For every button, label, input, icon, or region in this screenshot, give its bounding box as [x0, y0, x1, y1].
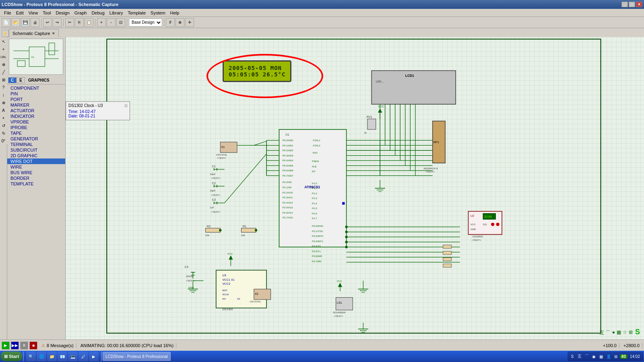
paste-button[interactable]: 📋 — [85, 18, 93, 27]
zoom-out-button[interactable]: - — [107, 18, 116, 27]
start-button[interactable]: ⊞ Start — [1, 352, 22, 361]
menu-library[interactable]: Library — [107, 10, 126, 16]
svg-text:LCD1: LCD1 — [405, 74, 414, 78]
info-close-btn[interactable]: □ — [125, 103, 127, 108]
menu-bar: File Edit View Tool Design Graph Debug L… — [0, 9, 644, 17]
tool-6[interactable]: ⊞ — [0, 76, 7, 83]
tray-icon-2[interactable]: 五 — [576, 353, 583, 360]
menu-system[interactable]: System — [148, 10, 168, 16]
zoom-in-button[interactable]: + — [97, 18, 106, 27]
item-pin[interactable]: PIN — [7, 91, 65, 97]
tool-7[interactable]: ? — [0, 84, 7, 91]
minimize-button[interactable]: _ — [621, 2, 628, 7]
window-controls[interactable]: _ □ ✕ — [621, 2, 642, 7]
quicklaunch-2[interactable]: 🌐 — [37, 352, 46, 361]
maximize-button[interactable]: □ — [629, 2, 635, 7]
cross-button[interactable]: ✛ — [185, 18, 194, 27]
tool-5[interactable]: ╱ — [0, 68, 7, 76]
quicklaunch-6[interactable]: 🖊 — [78, 352, 88, 361]
tool-12[interactable]: ↺ — [0, 122, 7, 129]
item-tape[interactable]: TAPE — [7, 130, 65, 136]
item-wiredot[interactable]: WIRE DOT — [7, 158, 65, 164]
close-button[interactable]: ✕ — [636, 2, 642, 7]
tray-icon-1[interactable]: S — [569, 353, 576, 360]
print-button[interactable]: 🖨 — [31, 18, 39, 27]
item-border[interactable]: BORDER — [7, 175, 65, 181]
tool-9[interactable]: ⊗ — [0, 99, 7, 106]
item-wire[interactable]: WIRE — [7, 164, 65, 170]
zoom-fit-button[interactable]: ⊡ — [116, 18, 125, 27]
cut-button[interactable]: ✂ — [65, 18, 74, 27]
menu-design[interactable]: Design — [54, 10, 72, 16]
item-buswire[interactable]: BUS WIRE — [7, 170, 65, 175]
design-select[interactable]: Base Design — [129, 19, 162, 27]
menu-graph[interactable]: Graph — [72, 10, 89, 16]
item-subcircuit[interactable]: SUBCIRCUIT — [7, 147, 65, 153]
new-button[interactable]: 📄 — [2, 18, 10, 27]
tool-8[interactable]: ↕ — [0, 91, 7, 99]
quicklaunch-3[interactable]: 📁 — [47, 352, 57, 361]
quicklaunch-search[interactable]: 🔍 — [26, 352, 36, 361]
e-button[interactable]: E — [17, 77, 25, 83]
taskbar-proteus[interactable]: LCDShow - Proteus 8 Professional — [103, 352, 171, 361]
undo-button[interactable]: ↩ — [43, 18, 52, 27]
menu-file[interactable]: File — [2, 10, 14, 16]
svg-point-197 — [345, 226, 347, 228]
tool-2[interactable]: + — [0, 45, 7, 53]
snap-button[interactable]: ⊕ — [175, 18, 184, 27]
svg-text:P3.0/RXD: P3.0/RXD — [312, 224, 323, 227]
item-generator[interactable]: GENERATOR — [7, 136, 65, 142]
tool-14[interactable]: 0° — [0, 137, 7, 144]
svg-text:10pF: 10pF — [210, 189, 215, 192]
info-time: Time: 14-02-47 — [68, 109, 127, 114]
menu-tool[interactable]: Tool — [40, 10, 53, 16]
stop-button[interactable]: ■ — [29, 341, 37, 350]
pause-button[interactable]: ⏸ — [20, 341, 28, 350]
tool-4[interactable]: ⊕ — [0, 61, 7, 68]
quicklaunch-7[interactable]: ▶ — [89, 352, 99, 361]
item-template[interactable]: TEMPLATE — [7, 181, 65, 187]
tool-pointer[interactable]: ↖ — [0, 38, 7, 45]
schematic-area[interactable]: AT89C51 U1 P0.0/AD0 P0.1/AD1 P0.2/AD2 P0… — [66, 37, 644, 339]
svg-text:VCC1   X1: VCC1 X1 — [223, 278, 235, 282]
quicklaunch-4[interactable]: 📧 — [58, 352, 67, 361]
tray-icon-4[interactable]: ◉ — [591, 353, 597, 360]
item-actuator[interactable]: ACTUATOR — [7, 108, 65, 113]
save-button[interactable]: 💾 — [21, 18, 30, 27]
item-vprobe[interactable]: VPROBE — [7, 119, 65, 125]
tray-icon-3[interactable]: ⌒ — [584, 353, 590, 360]
quicklaunch-5[interactable]: 💻 — [68, 352, 78, 361]
item-2dgraphic[interactable]: 2D GRAPHIC — [7, 153, 65, 158]
item-iprobe[interactable]: IPROBE — [7, 125, 65, 130]
redo-button[interactable]: ↪ — [53, 18, 62, 27]
play-button[interactable]: ▶ — [2, 341, 10, 350]
tab-close-button[interactable]: ✕ — [52, 31, 55, 35]
tool-13[interactable]: ↻ — [0, 130, 7, 137]
tray-icon-5[interactable]: ▦ — [598, 353, 605, 360]
menu-debug[interactable]: Debug — [89, 10, 107, 16]
menu-edit[interactable]: Edit — [14, 10, 26, 16]
tray-icon-6[interactable]: 👤 — [605, 353, 612, 360]
menu-help[interactable]: Help — [168, 10, 182, 16]
item-terminal[interactable]: TERMINAL — [7, 142, 65, 147]
menu-view[interactable]: View — [26, 10, 41, 16]
item-port[interactable]: PORT — [7, 97, 65, 102]
item-marker[interactable]: MARKER — [7, 102, 65, 108]
open-button[interactable]: 📂 — [11, 18, 20, 27]
item-indicator[interactable]: INDICATOR — [7, 113, 65, 119]
svg-text:10k: 10k — [205, 234, 210, 237]
tool-11[interactable]: + — [0, 114, 7, 121]
svg-text:P2.2/A10: P2.2/A10 — [283, 191, 293, 194]
tray-icon-7[interactable]: ⊞ — [613, 353, 619, 360]
grid-button[interactable]: # — [166, 18, 175, 27]
c-button[interactable]: C — [8, 77, 17, 83]
item-component[interactable]: COMPONENT — [7, 85, 65, 91]
zoom-text: +2800.0 — [623, 343, 640, 348]
menu-template[interactable]: Template — [125, 10, 148, 16]
step-button[interactable]: ▶▶ — [11, 341, 19, 350]
tool-3[interactable]: LBL — [0, 53, 7, 60]
copy-button[interactable]: ⎘ — [75, 18, 84, 27]
tab-schematic[interactable]: Schematic Capture ✕ — [9, 29, 59, 37]
tool-10[interactable]: A — [0, 107, 7, 114]
svg-text:1uF: 1uF — [210, 206, 214, 209]
